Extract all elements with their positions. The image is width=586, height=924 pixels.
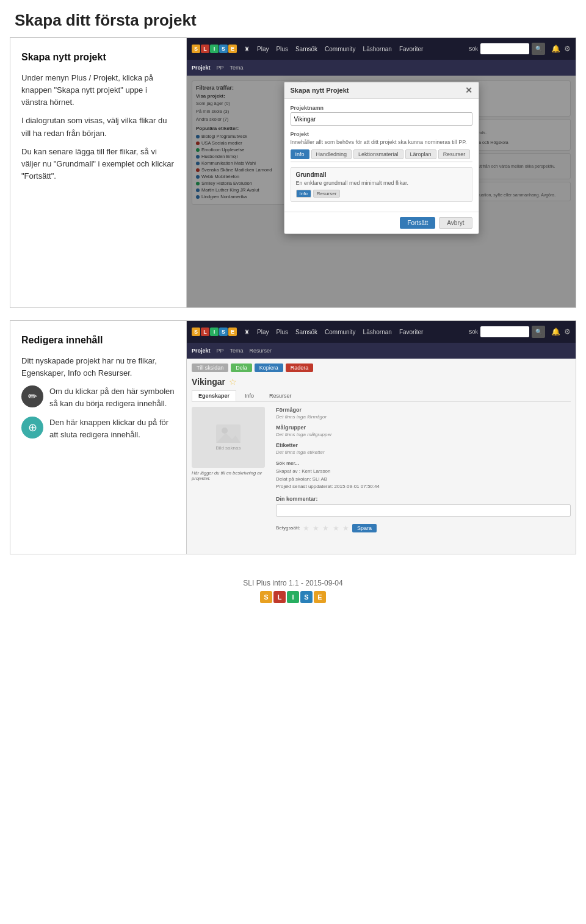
image-placeholder: Bild saknas (192, 407, 265, 468)
save-button[interactable]: Spara (352, 524, 377, 532)
subnav2-projekt[interactable]: Projekt (192, 348, 211, 354)
fortsatt-button[interactable]: Fortsätt (400, 217, 435, 229)
proj-tab-resurser[interactable]: Resurser (262, 390, 298, 401)
subnav2-resurser[interactable]: Resurser (250, 348, 272, 354)
logo-i2: I (210, 328, 219, 336)
radera-button[interactable]: Radera (286, 364, 314, 372)
section1-heading: Skapa nytt projekt (21, 50, 175, 65)
settings-icon2[interactable]: ⚙ (564, 328, 571, 336)
comment-label: Din kommentar: (276, 496, 571, 502)
slise-subnav: Projekt PP Tema (187, 60, 576, 76)
subnav-tema[interactable]: Tema (230, 65, 244, 71)
nav-play2[interactable]: Play (257, 329, 269, 335)
nav-icons: 🔔 ⚙ (551, 45, 571, 53)
nav-plus2[interactable]: Plus (276, 329, 288, 335)
proj-tab-info[interactable]: Info (238, 390, 261, 401)
section2-heading: Redigera innehåll (21, 333, 175, 348)
dialog-projekt-desc: Innehåller allt som behövs för att ditt … (291, 139, 467, 145)
dialog-title: Skapa nytt Projekt (291, 87, 349, 94)
logo-s: S (192, 45, 200, 53)
section2: Redigera innehåll Ditt nyskapade projekt… (10, 320, 576, 554)
bell-icon2[interactable]: 🔔 (551, 328, 560, 336)
prop-etiketter-label: Etiketter (276, 442, 571, 448)
search-button2[interactable]: 🔍 (532, 326, 545, 338)
logo-e2: E (228, 328, 237, 336)
dialog-tabs: Info Handledning Lektionsmaterial Läropl… (291, 149, 472, 162)
prop-etiketter-value: Det finns inga etiketter (276, 449, 571, 455)
back-button[interactable]: Till sksidan (192, 364, 228, 372)
prop-formågor: Förmågor Det finns inga förmågor (276, 407, 571, 420)
project-title-row: Vikingar ☆ (192, 377, 571, 387)
page-title: Skapa ditt första projekt (0, 0, 586, 37)
dialog-body: Projektnamn Projekt Innehåller allt som … (284, 99, 479, 212)
star-icon[interactable]: ☆ (229, 377, 237, 387)
bell-icon[interactable]: 🔔 (551, 45, 560, 53)
dialog-close-button[interactable]: ✕ (465, 86, 472, 95)
project-tabs-row: Egenskaper Info Resurser (192, 390, 571, 402)
dialog-overlay: Skapa nytt Projekt ✕ Projektnamn Projekt… (187, 76, 576, 307)
comment-input[interactable] (276, 504, 571, 517)
proj-tab-egenskaper[interactable]: Egenskaper (192, 390, 236, 401)
rating-stars[interactable]: ★ ★ ★ ★ ★ (303, 524, 350, 532)
kopiera-button[interactable]: Kopiera (255, 364, 283, 372)
nav-plus[interactable]: Plus (276, 46, 288, 52)
search-button[interactable]: 🔍 (532, 43, 545, 55)
dialog-mini-tabs: Info Resurser (296, 190, 467, 198)
nav-home2[interactable]: ♜ (244, 329, 250, 335)
slise-subnav2: Projekt PP Tema Resurser (187, 343, 576, 359)
dialog-mini-tab-resurser[interactable]: Resurser (313, 190, 340, 198)
properties-section: Bild saknas Här lägger du till en beskri… (192, 407, 571, 532)
subnav2-pp[interactable]: PP (217, 348, 224, 354)
dialog-tab-resurser[interactable]: Resurser (438, 149, 471, 159)
dialog-mini-tab-info[interactable]: Info (296, 190, 311, 198)
footer-logo-l: L (273, 591, 286, 603)
dialog-footer: Fortsätt Avbryt (284, 212, 479, 234)
dialog-grundmall-desc: En enklare grundmall med minimalt med fl… (296, 179, 467, 187)
prop-updated: Projekt senast uppdaterat: 2015-09-01 07… (276, 484, 380, 489)
footer-logo: S L I S E (12, 591, 574, 603)
nav-samsok[interactable]: Samsök (295, 46, 317, 52)
dialog-tab-info[interactable]: Info (291, 149, 309, 159)
slise-main-content: Filtrera träffar: Visa projekt: Som jag … (187, 76, 576, 307)
prop-formågor-label: Förmågor (276, 407, 571, 413)
section1-screenshot: S L I S E ♜ Play Plus Samsök Community L… (187, 37, 576, 308)
dialog-tab-handledning[interactable]: Handledning (311, 149, 352, 159)
nav-favoriter2[interactable]: Favoriter (399, 329, 423, 335)
search-area2: Sök 🔍 (468, 326, 545, 338)
subnav2-tema[interactable]: Tema (230, 348, 244, 354)
nav-community2[interactable]: Community (325, 329, 356, 335)
nav-community[interactable]: Community (325, 46, 356, 52)
logo-s2: S (219, 45, 228, 53)
subnav-pp[interactable]: PP (217, 65, 224, 71)
image-placeholder-label: Bild saknas (216, 445, 241, 451)
prop-målgrupper-value: Det finns inga målgrupper (276, 432, 571, 437)
dialog-projektnamn-label: Projektnamn (291, 105, 472, 111)
slise-logo2: S L I S E (192, 328, 237, 336)
dialog-projektnamn-input[interactable] (291, 112, 472, 126)
svg-point-1 (222, 428, 228, 434)
image-desc: Här lägger du till en beskrivning av pro… (192, 470, 271, 481)
dialog-grundmall-label: Grundmall (296, 171, 467, 178)
image-section: Bild saknas Här lägger du till en beskri… (192, 407, 271, 532)
search-input2[interactable] (480, 326, 529, 337)
prop-shared: Delat på skolan: SLI AB (276, 476, 327, 482)
subnav-projekt[interactable]: Projekt (192, 65, 211, 71)
nav-lashornan2[interactable]: Läshornan (363, 329, 392, 335)
dialog-tab-lektionsmaterial[interactable]: Lektionsmaterial (353, 149, 403, 159)
avbryt-button[interactable]: Avbryt (439, 217, 472, 229)
nav-home[interactable]: ♜ (244, 46, 250, 52)
dialog-tab-laroplan[interactable]: Läroplan (405, 149, 436, 159)
nav-play[interactable]: Play (257, 46, 269, 52)
nav-icons2: 🔔 ⚙ (551, 328, 571, 336)
nav-favoriter[interactable]: Favoriter (399, 46, 423, 52)
dela-button[interactable]: Dela (231, 364, 252, 372)
icon-item-done: ⊕ Den här knappen klickar du på för att … (21, 417, 175, 440)
logo-l2: L (201, 328, 209, 336)
section1-left-panel: Skapa nytt projekt Under menyn Plus / Pr… (10, 37, 187, 308)
search-input[interactable] (480, 43, 529, 54)
icon1-text: Om du klickar på den här symbolen så kan… (49, 385, 175, 409)
logo-l: L (201, 45, 209, 53)
nav-lashornan[interactable]: Läshornan (363, 46, 392, 52)
nav-samsok2[interactable]: Samsök (295, 329, 317, 335)
settings-icon[interactable]: ⚙ (564, 45, 571, 53)
